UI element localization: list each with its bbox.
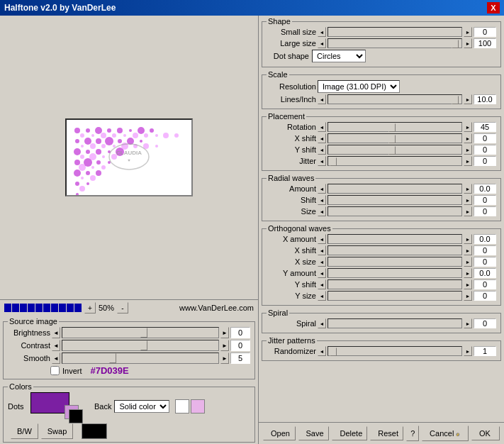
radial-shift-right-arrow[interactable]: ► — [464, 195, 472, 205]
x-size-right-arrow[interactable]: ► — [464, 257, 472, 267]
lines-inch-right-arrow[interactable]: ► — [464, 94, 472, 104]
y-amount-right-arrow[interactable]: ► — [464, 268, 472, 278]
brightness-value[interactable]: 0 — [230, 327, 250, 338]
xshift-right-arrow[interactable]: ► — [464, 133, 472, 143]
y-shift-left-arrow[interactable]: ◄ — [318, 279, 326, 289]
radial-amount-value[interactable]: 0.0 — [474, 184, 496, 194]
jitter-slider[interactable] — [327, 156, 462, 166]
x-amount-left-arrow[interactable]: ◄ — [318, 234, 326, 244]
back-pink-swatch[interactable] — [191, 399, 205, 414]
jitter-left-arrow[interactable]: ◄ — [318, 156, 326, 166]
y-amount-left-arrow[interactable]: ◄ — [318, 268, 326, 278]
radial-shift-slider[interactable] — [327, 195, 462, 205]
radial-size-right-arrow[interactable]: ► — [464, 206, 472, 216]
x-shift-left-arrow[interactable]: ◄ — [318, 245, 326, 255]
smooth-right-arrow[interactable]: ► — [220, 353, 229, 364]
radial-amount-right-arrow[interactable]: ► — [464, 184, 472, 194]
randomizer-right-arrow[interactable]: ► — [464, 346, 472, 356]
spiral-right-arrow[interactable]: ► — [464, 318, 472, 328]
spiral-slider[interactable] — [327, 318, 462, 328]
y-size-right-arrow[interactable]: ► — [464, 291, 472, 301]
radial-size-left-arrow[interactable]: ◄ — [318, 206, 326, 216]
y-size-left-arrow[interactable]: ◄ — [318, 291, 326, 301]
small-size-left-arrow[interactable]: ◄ — [318, 27, 326, 37]
x-size-value[interactable]: 0 — [474, 257, 496, 267]
rotation-right-arrow[interactable]: ► — [464, 122, 472, 132]
contrast-value[interactable]: 0 — [230, 340, 250, 351]
small-size-value[interactable]: 0 — [474, 27, 496, 37]
y-size-slider[interactable] — [327, 291, 462, 301]
smooth-slider[interactable] — [62, 353, 219, 364]
small-size-right-arrow[interactable]: ► — [464, 27, 472, 37]
x-amount-slider[interactable] — [327, 234, 462, 244]
randomizer-left-arrow[interactable]: ◄ — [318, 346, 326, 356]
spiral-left-arrow[interactable]: ◄ — [318, 318, 326, 328]
close-button[interactable]: X — [487, 2, 500, 13]
y-size-value[interactable]: 0 — [474, 291, 496, 301]
yshift-slider[interactable] — [327, 145, 462, 155]
radial-amount-left-arrow[interactable]: ◄ — [318, 184, 326, 194]
large-size-slider[interactable] — [327, 38, 462, 48]
large-size-left-arrow[interactable]: ◄ — [318, 38, 326, 48]
y-shift-slider[interactable] — [327, 279, 462, 289]
lines-inch-left-arrow[interactable]: ◄ — [318, 94, 326, 104]
dots-black-swatch[interactable] — [69, 409, 83, 423]
yshift-right-arrow[interactable]: ► — [464, 145, 472, 155]
jitter-value[interactable]: 0 — [474, 156, 496, 166]
xshift-slider[interactable] — [327, 133, 462, 143]
brightness-slider[interactable] — [62, 327, 219, 338]
x-shift-right-arrow[interactable]: ► — [464, 245, 472, 255]
y-amount-slider[interactable] — [327, 268, 462, 278]
dot-shape-select[interactable]: CirclesDiamondsSquaresLines — [312, 50, 366, 62]
x-shift-slider[interactable] — [327, 245, 462, 255]
save-button[interactable]: Save — [298, 426, 330, 440]
contrast-right-arrow[interactable]: ► — [220, 340, 229, 351]
large-size-right-arrow[interactable]: ► — [464, 38, 472, 48]
large-size-value[interactable]: 100 — [474, 38, 496, 48]
brightness-right-arrow[interactable]: ► — [220, 327, 229, 338]
xshift-left-arrow[interactable]: ◄ — [318, 133, 326, 143]
radial-shift-value[interactable]: 0 — [474, 195, 496, 205]
back-dropdown[interactable]: Solid color — [114, 400, 169, 413]
delete-button[interactable]: Delete — [332, 426, 367, 440]
help-button[interactable]: ? — [406, 426, 419, 441]
spiral-value[interactable]: 0 — [474, 318, 496, 328]
y-shift-right-arrow[interactable]: ► — [464, 279, 472, 289]
contrast-left-arrow[interactable]: ◄ — [52, 340, 60, 351]
open-button[interactable]: Open — [263, 426, 296, 440]
lines-inch-slider[interactable] — [327, 94, 462, 104]
smooth-value[interactable]: 5 — [230, 353, 250, 364]
yshift-left-arrow[interactable]: ◄ — [318, 145, 326, 155]
bw-button[interactable]: B/W — [11, 423, 38, 439]
progress-decrease-button[interactable]: - — [117, 302, 128, 313]
smooth-left-arrow[interactable]: ◄ — [52, 353, 60, 364]
x-shift-value[interactable]: 0 — [474, 245, 496, 255]
radial-shift-left-arrow[interactable]: ◄ — [318, 195, 326, 205]
contrast-slider[interactable] — [62, 340, 219, 351]
invert-checkbox[interactable] — [50, 366, 60, 375]
cancel-button[interactable]: Cancel 🔑 — [422, 426, 469, 441]
resolution-select[interactable]: Image (31.00 DPI)72 DPI96 DPI150 DPI300 … — [318, 80, 400, 93]
progress-increase-button[interactable]: + — [84, 302, 96, 313]
yshift-value[interactable]: 0 — [474, 145, 496, 155]
dots-primary-color-swatch[interactable] — [30, 392, 69, 414]
small-size-slider[interactable] — [327, 27, 462, 37]
back-white-swatch[interactable] — [175, 399, 189, 414]
xshift-value[interactable]: 0 — [474, 133, 496, 143]
y-amount-value[interactable]: 0.0 — [474, 268, 496, 278]
x-amount-right-arrow[interactable]: ► — [464, 234, 472, 244]
x-amount-value[interactable]: 0.0 — [474, 234, 496, 244]
lines-inch-value[interactable]: 10.0 — [474, 94, 496, 104]
randomizer-slider[interactable] — [327, 346, 462, 356]
rotation-value[interactable]: 45 — [474, 122, 496, 132]
randomizer-value[interactable]: 1 — [474, 346, 496, 356]
rotation-slider[interactable] — [327, 122, 462, 132]
radial-size-value[interactable]: 0 — [474, 206, 496, 216]
swap-button[interactable]: Swap — [41, 423, 74, 439]
x-size-left-arrow[interactable]: ◄ — [318, 257, 326, 267]
y-shift-value[interactable]: 0 — [474, 279, 496, 289]
ok-button[interactable]: OK — [471, 426, 500, 440]
reset-button[interactable]: Reset — [370, 426, 403, 440]
x-size-slider[interactable] — [327, 257, 462, 267]
radial-size-slider[interactable] — [327, 206, 462, 216]
